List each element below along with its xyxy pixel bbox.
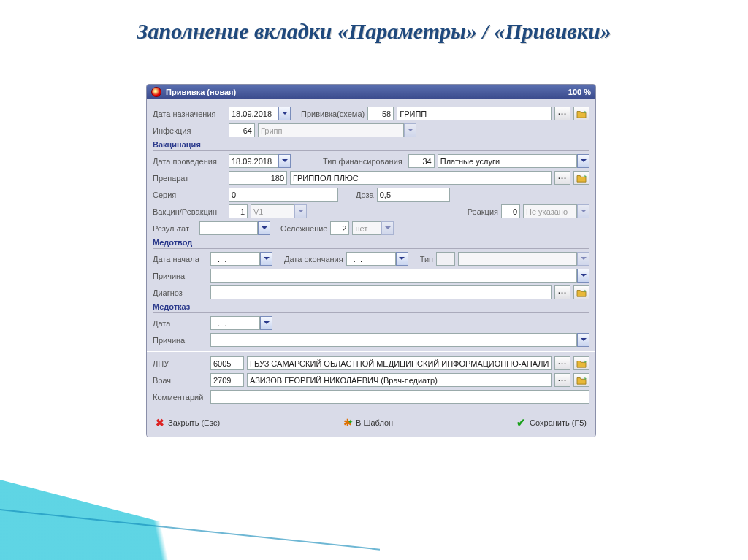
preparat-folder-button[interactable]	[573, 171, 589, 185]
medotvod-type-code[interactable]	[436, 252, 455, 266]
reaction-dropdown	[577, 204, 589, 218]
label-doctor: Врач	[153, 376, 207, 385]
preparat-text-input[interactable]	[290, 171, 552, 185]
medotvod-type-dropdown	[577, 252, 589, 266]
scheme-folder-button[interactable]	[573, 107, 589, 120]
lpu-code-input[interactable]	[210, 356, 244, 370]
date-proc-input[interactable]	[229, 154, 278, 168]
zoom-level: 100 %	[568, 88, 591, 96]
label-diagnosis: Диагноз	[153, 288, 207, 297]
medotvod-end-input[interactable]	[346, 252, 396, 266]
template-button[interactable]: ✱ В Шаблон	[343, 417, 393, 429]
doctor-lookup-button[interactable]: ···	[554, 373, 570, 387]
scheme-text-input[interactable]	[397, 107, 552, 120]
medotkaz-reason-input[interactable]	[210, 333, 577, 347]
complication-dropdown	[381, 221, 394, 235]
save-button-label: Сохранить (F5)	[530, 418, 587, 427]
result-dropdown[interactable]	[258, 221, 270, 235]
infection-dropdown	[404, 123, 416, 137]
label-reaction: Реакция	[468, 207, 498, 216]
medotkaz-reason-dropdown[interactable]	[577, 333, 589, 347]
section-medotvod: Медотвод	[153, 238, 589, 247]
label-financing: Тип финансирования	[323, 157, 402, 166]
complication-text-input	[352, 221, 381, 235]
doctor-text-input[interactable]	[247, 373, 552, 387]
window-title: Прививка (новая)	[166, 88, 236, 96]
doctor-folder-button[interactable]	[573, 373, 589, 387]
vac-revac-code-input[interactable]	[229, 204, 248, 218]
label-comment: Комментарий	[153, 393, 207, 402]
diagnosis-input[interactable]	[210, 285, 552, 299]
date-assign-input[interactable]	[229, 107, 278, 120]
medotvod-start-dropdown[interactable]	[260, 252, 272, 266]
lpu-folder-button[interactable]	[573, 356, 589, 370]
financing-text-input[interactable]	[438, 154, 577, 168]
reaction-text-input	[523, 204, 577, 218]
titlebar: Прививка (новая) 100 %	[147, 85, 595, 99]
lpu-lookup-button[interactable]: ···	[554, 356, 570, 370]
vac-revac-text-input	[251, 204, 294, 218]
slide-title: Заполнение вкладки «Параметры» / «Привив…	[0, 0, 748, 44]
label-medotkaz-reason: Причина	[153, 336, 207, 345]
label-result: Результат	[153, 224, 196, 233]
infection-text-input	[258, 123, 404, 137]
financing-dropdown[interactable]	[577, 154, 589, 168]
dose-input[interactable]	[377, 188, 450, 202]
label-medotvod-reason: Причина	[153, 272, 207, 280]
medotvod-start-input[interactable]	[210, 252, 260, 266]
series-input[interactable]	[229, 188, 338, 202]
save-button[interactable]: ✔ Сохранить (F5)	[516, 416, 587, 429]
label-date-assign: Дата назначения	[153, 110, 226, 118]
label-date-proc: Дата проведения	[153, 157, 226, 166]
scheme-lookup-button[interactable]: ···	[554, 107, 570, 120]
label-preparat: Препарат	[153, 174, 226, 183]
star-icon: ✱	[343, 417, 352, 429]
label-medotvod-start: Дата начала	[153, 255, 207, 264]
label-series: Серия	[153, 191, 226, 199]
decorative-line	[0, 509, 380, 560]
x-icon: ✖	[156, 417, 164, 429]
result-input[interactable]	[199, 221, 258, 235]
decorative-shape	[0, 480, 307, 560]
date-assign-dropdown[interactable]	[278, 107, 291, 120]
doctor-code-input[interactable]	[210, 373, 244, 387]
vac-revac-dropdown	[294, 204, 307, 218]
label-complication: Осложнение	[280, 224, 327, 233]
close-icon[interactable]	[151, 87, 161, 97]
close-button[interactable]: ✖ Закрыть (Esc)	[156, 417, 220, 429]
preparat-lookup-button[interactable]: ···	[554, 171, 570, 185]
lpu-text-input[interactable]	[247, 356, 552, 370]
label-medotkaz-date: Дата	[153, 319, 207, 328]
label-dose: Доза	[356, 191, 374, 199]
medotkaz-date-input[interactable]	[210, 316, 260, 330]
medotvod-reason-dropdown[interactable]	[577, 269, 589, 283]
label-scheme: Прививка(схема)	[301, 110, 365, 118]
diagnosis-folder-button[interactable]	[573, 285, 589, 299]
preparat-code-input[interactable]	[229, 171, 287, 185]
check-icon: ✔	[516, 416, 526, 429]
medotvod-type-text	[458, 252, 577, 266]
close-button-label: Закрыть (Esc)	[168, 418, 220, 427]
template-button-label: В Шаблон	[356, 418, 393, 427]
medotkaz-date-dropdown[interactable]	[260, 316, 272, 330]
label-vac-revac: Вакцин/Ревакцин	[153, 207, 226, 216]
comment-input[interactable]	[210, 390, 589, 404]
date-proc-dropdown[interactable]	[278, 154, 291, 168]
medotvod-reason-input[interactable]	[210, 269, 577, 283]
label-lpu: ЛПУ	[153, 359, 207, 368]
dialog-window: Прививка (новая) 100 % Дата назначения П…	[146, 84, 596, 437]
medotvod-end-dropdown[interactable]	[396, 252, 408, 266]
complication-code-input[interactable]	[330, 221, 349, 235]
label-medotvod-end: Дата окончания	[284, 255, 343, 264]
label-infection: Инфекция	[153, 126, 226, 135]
scheme-code-input[interactable]	[367, 107, 394, 120]
infection-code-input[interactable]	[229, 123, 255, 137]
reaction-code-input[interactable]	[501, 204, 520, 218]
label-medotvod-type: Тип	[420, 255, 433, 264]
diagnosis-lookup-button[interactable]: ···	[554, 285, 570, 299]
section-medotkaz: Медотказ	[153, 302, 589, 311]
financing-code-input[interactable]	[408, 154, 435, 168]
section-vaccination: Вакцинация	[153, 140, 589, 149]
